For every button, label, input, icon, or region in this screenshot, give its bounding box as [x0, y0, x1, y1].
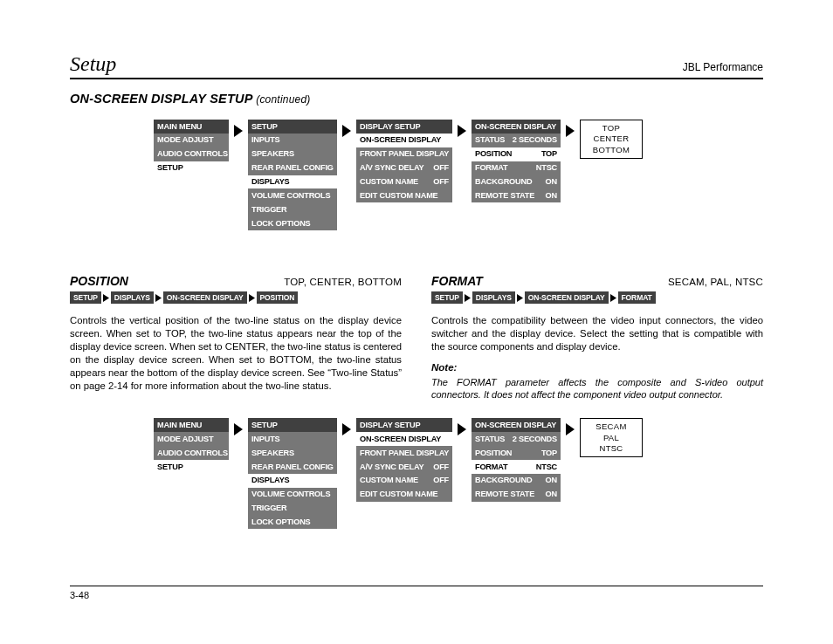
breadcrumb-step: DISPLAYS [472, 291, 515, 304]
menu-item-selected: ON-SCREEN DISPLAY [356, 134, 452, 147]
menu-item: MODE ADJUST [154, 134, 229, 147]
menu-setup: SETUP INPUTS SPEAKERS REAR PANEL CONFIG … [248, 418, 337, 529]
menu-item-selected: ON-SCREEN DISPLAY [356, 432, 452, 446]
menu-header: ON-SCREEN DISPLAY [472, 418, 561, 432]
menu-item: FORMATNTSC [472, 161, 561, 175]
param-description: Controls the compatibility between the v… [431, 314, 763, 353]
svg-marker-1 [342, 125, 351, 137]
menu-item: VOLUME CONTROLS [248, 488, 337, 502]
param-name: POSITION [70, 274, 128, 288]
arrow-right-icon [234, 125, 243, 137]
arrow-right-icon [566, 125, 575, 137]
menu-item: VOLUME CONTROLS [248, 188, 337, 202]
menu-display-setup: DISPLAY SETUP ON-SCREEN DISPLAY FRONT PA… [356, 418, 452, 501]
menu-item: REMOTE STATEON [472, 188, 561, 202]
breadcrumb-step: POSITION [257, 291, 299, 304]
menu-item: BACKGROUNDON [472, 474, 561, 488]
menu-item: FRONT PANEL DISPLAY [356, 147, 452, 161]
svg-marker-4 [103, 294, 109, 302]
menu-item: POSITIONTOP [472, 446, 561, 460]
section-title-main: ON-SCREEN DISPLAY SETUP [70, 92, 252, 106]
arrow-right-icon [566, 423, 575, 435]
menu-header: ON-SCREEN DISPLAY [472, 120, 561, 134]
section-title: ON-SCREEN DISPLAY SETUP (continued) [70, 92, 763, 106]
arrow-right-icon [458, 125, 466, 137]
header-left: Setup [70, 52, 116, 76]
param-name: FORMAT [431, 274, 483, 288]
arrow-right-icon [155, 294, 162, 302]
menu-item: EDIT CUSTOM NAME [356, 188, 452, 202]
breadcrumb: SETUP DISPLAYS ON-SCREEN DISPLAY FORMAT [431, 291, 763, 304]
svg-marker-0 [234, 125, 243, 137]
menu-item: TRIGGER [248, 502, 337, 516]
svg-marker-5 [155, 294, 162, 302]
svg-marker-6 [249, 294, 255, 302]
svg-marker-7 [465, 294, 471, 302]
menu-item: LOCK OPTIONS [248, 516, 337, 530]
menu-item: REAR PANEL CONFIG [248, 460, 337, 474]
menu-item: LOCK OPTIONS [248, 216, 337, 230]
breadcrumb-step: ON-SCREEN DISPLAY [525, 291, 609, 304]
breadcrumb: SETUP DISPLAYS ON-SCREEN DISPLAY POSITIO… [70, 291, 402, 304]
menu-item: A/V SYNC DELAYOFF [356, 161, 452, 175]
menu-header: DISPLAY SETUP [356, 418, 452, 432]
menu-item: CUSTOM NAMEOFF [356, 474, 452, 488]
svg-marker-10 [234, 423, 243, 435]
menu-item: MODE ADJUST [154, 432, 229, 446]
page-number: 3-48 [70, 590, 763, 600]
menu-item: CUSTOM NAMEOFF [356, 175, 452, 189]
menu-header: MAIN MENU [154, 418, 229, 432]
menu-osd: ON-SCREEN DISPLAY STATUS2 SECONDS POSITI… [472, 418, 561, 501]
menu-header: SETUP [248, 120, 337, 134]
param-range: TOP, CENTER, BOTTOM [284, 277, 402, 287]
arrow-right-icon [249, 294, 255, 302]
option: SECAM [588, 421, 635, 432]
menu-item: AUDIO CONTROLS [154, 446, 229, 460]
header-right: JBL Performance [683, 61, 763, 73]
svg-marker-11 [342, 423, 351, 435]
menu-item-selected: FORMATNTSC [472, 460, 561, 474]
note-label: Note: [431, 362, 763, 373]
menu-item: FRONT PANEL DISPLAY [356, 446, 452, 460]
menu-path-format: MAIN MENU MODE ADJUST AUDIO CONTROLS SET… [154, 418, 763, 529]
menu-main: MAIN MENU MODE ADJUST AUDIO CONTROLS SET… [154, 418, 229, 474]
arrow-right-icon [103, 294, 109, 302]
arrow-right-icon [234, 423, 243, 435]
svg-marker-2 [458, 125, 466, 137]
options-box: SECAM PAL NTSC [580, 418, 643, 457]
param-heading: FORMAT SECAM, PAL, NTSC [431, 274, 763, 288]
menu-item: A/V SYNC DELAYOFF [356, 460, 452, 474]
breadcrumb-step: DISPLAYS [111, 291, 154, 304]
column-position: POSITION TOP, CENTER, BOTTOM SETUP DISPL… [70, 274, 402, 401]
footer-rule [70, 586, 763, 586]
menu-item-selected: DISPLAYS [248, 474, 337, 488]
svg-marker-3 [566, 125, 575, 137]
menu-item: TRIGGER [248, 202, 337, 216]
section-title-cont: (continued) [256, 93, 310, 106]
option: BOTTOM [588, 145, 635, 155]
menu-header: DISPLAY SETUP [356, 120, 452, 134]
option: TOP [588, 123, 635, 134]
menu-main: MAIN MENU MODE ADJUST AUDIO CONTROLS SET… [154, 120, 229, 175]
content-columns: POSITION TOP, CENTER, BOTTOM SETUP DISPL… [70, 274, 763, 401]
menu-item: SPEAKERS [248, 446, 337, 460]
menu-item: STATUS2 SECONDS [472, 134, 561, 147]
menu-item: AUDIO CONTROLS [154, 147, 229, 161]
menu-display-setup: DISPLAY SETUP ON-SCREEN DISPLAY FRONT PA… [356, 120, 452, 202]
menu-item: BACKGROUNDON [472, 175, 561, 189]
arrow-right-icon [458, 423, 466, 435]
menu-item: INPUTS [248, 134, 337, 147]
option: PAL [588, 433, 635, 443]
menu-item-selected: DISPLAYS [248, 175, 337, 189]
arrow-right-icon [517, 294, 523, 302]
page-header: Setup JBL Performance [70, 52, 763, 79]
param-range: SECAM, PAL, NTSC [668, 277, 763, 287]
menu-item-selected: SETUP [154, 460, 229, 474]
note-text: The FORMAT parameter affects the composi… [431, 376, 763, 401]
option: CENTER [588, 134, 635, 144]
menu-osd: ON-SCREEN DISPLAY STATUS2 SECONDS POSITI… [472, 120, 561, 202]
option: NTSC [588, 443, 635, 454]
breadcrumb-step: FORMAT [618, 291, 656, 304]
svg-marker-8 [517, 294, 523, 302]
menu-path-position: MAIN MENU MODE ADJUST AUDIO CONTROLS SET… [154, 120, 763, 230]
